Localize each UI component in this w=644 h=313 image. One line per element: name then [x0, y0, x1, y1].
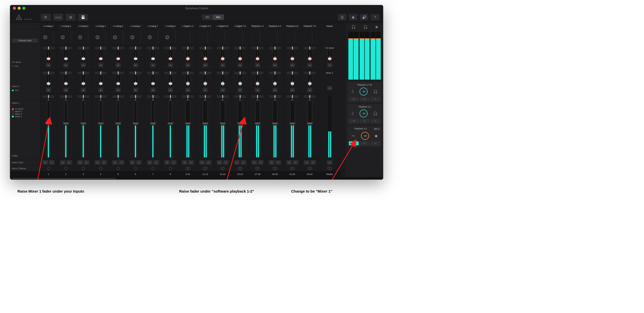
mono-stereo-row[interactable]: [127, 166, 144, 171]
mono-stereo-row[interactable]: [232, 166, 248, 171]
solo-button[interactable]: S: [293, 160, 298, 165]
mini-fader[interactable]: [290, 75, 295, 87]
channel-fader[interactable]: [200, 102, 210, 158]
pan-slider[interactable]: [95, 72, 107, 74]
mute-button[interactable]: M: [182, 160, 188, 165]
pan-slider[interactable]: [252, 95, 264, 98]
channel-name[interactable]: A Analog 7: [144, 23, 162, 29]
output-main-mute[interactable]: M: [349, 141, 358, 145]
channel-name[interactable]: A Digital 5-6: [214, 23, 231, 29]
solo-button[interactable]: S: [101, 160, 107, 165]
mono-stereo-row[interactable]: [301, 166, 318, 171]
channel-name[interactable]: A Analog 4: [92, 23, 109, 29]
pan-slider[interactable]: [112, 47, 124, 49]
mute-button[interactable]: M: [133, 88, 138, 92]
channel-name[interactable]: A Analog 2: [57, 23, 74, 29]
channel-name[interactable]: Playback 3-4: [266, 23, 284, 29]
mute-button[interactable]: M: [98, 63, 103, 67]
mono-stereo-row[interactable]: [284, 166, 301, 171]
mute-button[interactable]: M: [46, 63, 51, 67]
mute-button[interactable]: M: [290, 88, 295, 92]
channel-fader[interactable]: [166, 102, 176, 158]
mute-button[interactable]: M: [220, 88, 225, 92]
mute-button[interactable]: M: [81, 88, 86, 92]
solo-button[interactable]: S: [241, 160, 246, 165]
mute-button[interactable]: M: [186, 88, 190, 92]
mute-button[interactable]: M: [304, 160, 309, 165]
solo-button[interactable]: S: [188, 160, 194, 165]
mini-fader[interactable]: [151, 50, 155, 62]
pan-slider[interactable]: [269, 72, 281, 74]
master-fader[interactable]: [325, 95, 335, 158]
output-main-knob[interactable]: -19: [360, 131, 370, 140]
channel-name[interactable]: Playback 7-8: [301, 23, 318, 29]
mini-fader[interactable]: [186, 50, 190, 62]
channel-name[interactable]: A Digital 1-2: [179, 23, 196, 29]
mini-fader[interactable]: [116, 75, 120, 87]
mini-fader[interactable]: [168, 75, 173, 87]
mute-button[interactable]: M: [203, 63, 208, 67]
pan-slider[interactable]: [252, 47, 264, 49]
mute-button[interactable]: M: [116, 63, 121, 67]
channel-fader[interactable]: [78, 102, 88, 158]
pan-slider[interactable]: [130, 95, 142, 98]
pan-slider[interactable]: [286, 72, 298, 74]
mini-fader[interactable]: [186, 75, 190, 87]
mini-fader[interactable]: [308, 75, 312, 87]
mono-stereo-row[interactable]: [92, 166, 109, 171]
mixer2-pre-checkbox[interactable]: Pre: [12, 89, 38, 92]
channel-fader[interactable]: [44, 102, 54, 158]
mixer1-option[interactable]: Mixer 4: [12, 110, 38, 113]
mono-stereo-row[interactable]: [249, 166, 266, 171]
mixer1-option[interactable]: Mixer 3: [12, 113, 38, 115]
pan-slider[interactable]: [78, 47, 89, 49]
pan-slider[interactable]: [234, 72, 246, 74]
channel-view-button[interactable]: Channel View: [12, 38, 38, 42]
pan-slider[interactable]: [182, 47, 194, 49]
mic-button[interactable]: ◉: [349, 14, 357, 20]
mute-button[interactable]: M: [252, 160, 257, 165]
maximize-icon[interactable]: [22, 7, 26, 10]
solo-button[interactable]: S: [84, 160, 89, 165]
mute-button[interactable]: M: [168, 63, 173, 67]
pan-slider[interactable]: [304, 47, 316, 49]
mini-fader[interactable]: [238, 50, 242, 62]
pan-slider[interactable]: [269, 47, 281, 49]
mini-fader[interactable]: [255, 75, 260, 87]
channel-fader[interactable]: [148, 102, 158, 158]
pan-slider[interactable]: [60, 72, 72, 74]
mono-stereo-row[interactable]: [110, 166, 127, 171]
mono-stereo-row[interactable]: [214, 166, 231, 171]
pan-slider[interactable]: [42, 95, 54, 98]
mono-stereo-row[interactable]: [266, 166, 284, 171]
mute-button[interactable]: M: [272, 88, 278, 92]
mini-fader[interactable]: [290, 50, 295, 62]
channel-name[interactable]: A Analog 8: [162, 23, 179, 29]
mini-fader[interactable]: [308, 50, 312, 62]
channel-fader[interactable]: [305, 102, 315, 158]
mute-button[interactable]: M: [269, 160, 274, 165]
mute-button[interactable]: M: [255, 88, 260, 92]
pan-slider[interactable]: [112, 72, 124, 74]
pan-slider[interactable]: [304, 72, 316, 74]
mini-fader[interactable]: [81, 50, 86, 62]
solo-button[interactable]: S: [276, 160, 281, 165]
mute-button[interactable]: M: [203, 88, 208, 92]
solo-button[interactable]: S: [66, 160, 72, 165]
pan-slider[interactable]: [95, 47, 107, 49]
mini-fader[interactable]: [273, 50, 277, 62]
output-main-title[interactable]: Playback 1-2: [349, 128, 372, 130]
pan-slider[interactable]: [95, 95, 107, 98]
mute-button[interactable]: M: [112, 160, 118, 165]
channel-fader[interactable]: [113, 102, 123, 158]
mute-button[interactable]: M: [64, 63, 68, 67]
solo-button[interactable]: S: [119, 160, 124, 165]
pan-slider[interactable]: [217, 72, 229, 74]
routing-button[interactable]: ⊞: [66, 14, 76, 21]
channel-fader[interactable]: [131, 102, 140, 158]
mute-button[interactable]: M: [133, 63, 138, 67]
pan-slider[interactable]: [42, 47, 54, 49]
output-main-sum[interactable]: Σ: [370, 141, 380, 145]
channel-name[interactable]: A Analog 1: [40, 23, 57, 29]
solo-button[interactable]: S: [171, 160, 176, 165]
